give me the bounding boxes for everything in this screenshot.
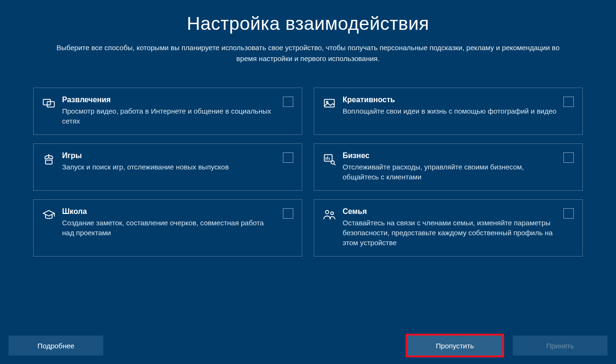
entertainment-icon [42,97,55,110]
page-subtitle: Выберите все способы, которыми вы планир… [47,43,569,64]
option-title: Игры [62,151,276,160]
accept-button[interactable]: Принять [513,336,607,355]
option-school[interactable]: Школа Создание заметок, составление очер… [33,199,302,257]
option-desc: Создание заметок, составление очерков, с… [62,218,276,238]
option-desc: Оставайтесь на связи с членами семьи, из… [343,218,557,248]
checkbox[interactable] [283,152,293,163]
option-title: Развлечения [62,96,276,104]
option-title: Бизнес [343,151,557,160]
more-button[interactable]: Подробнее [9,336,103,355]
svg-rect-5 [325,155,332,161]
options-grid: Развлечения Просмотр видео, работа в Инт… [0,69,616,336]
checkbox[interactable] [283,97,293,107]
svg-point-7 [326,211,329,214]
checkbox[interactable] [563,152,574,163]
option-desc: Отслеживайте расходы, управляйте своими … [343,162,557,182]
svg-point-8 [331,212,334,215]
option-desc: Запуск и поиск игр, отслеживание новых в… [62,162,276,172]
family-icon [323,208,336,222]
option-title: Семья [343,207,557,216]
checkbox[interactable] [563,97,574,107]
option-title: Школа [62,207,276,216]
svg-point-6 [331,161,335,164]
svg-rect-4 [45,160,52,164]
creativity-icon [323,97,336,110]
gaming-icon [42,152,55,166]
skip-button[interactable]: Пропустить [408,336,502,355]
option-gaming[interactable]: Игры Запуск и поиск игр, отслеживание но… [33,143,302,191]
svg-rect-2 [325,99,335,107]
page-title: Настройка взаимодействия [28,13,588,34]
checkbox[interactable] [283,208,293,219]
option-desc: Просмотр видео, работа в Интернете и общ… [62,106,276,126]
svg-point-3 [326,101,328,103]
school-icon [42,208,55,222]
option-business[interactable]: Бизнес Отслеживайте расходы, управляйте … [314,143,583,191]
option-desc: Воплощайте свои идеи в жизнь с помощью ф… [343,106,557,116]
checkbox[interactable] [563,208,574,219]
option-entertainment[interactable]: Развлечения Просмотр видео, работа в Инт… [33,88,302,135]
business-icon [323,152,336,166]
option-family[interactable]: Семья Оставайтесь на связи с членами сем… [314,199,583,257]
option-title: Креативность [343,96,557,104]
option-creativity[interactable]: Креативность Воплощайте свои идеи в жизн… [314,88,583,135]
